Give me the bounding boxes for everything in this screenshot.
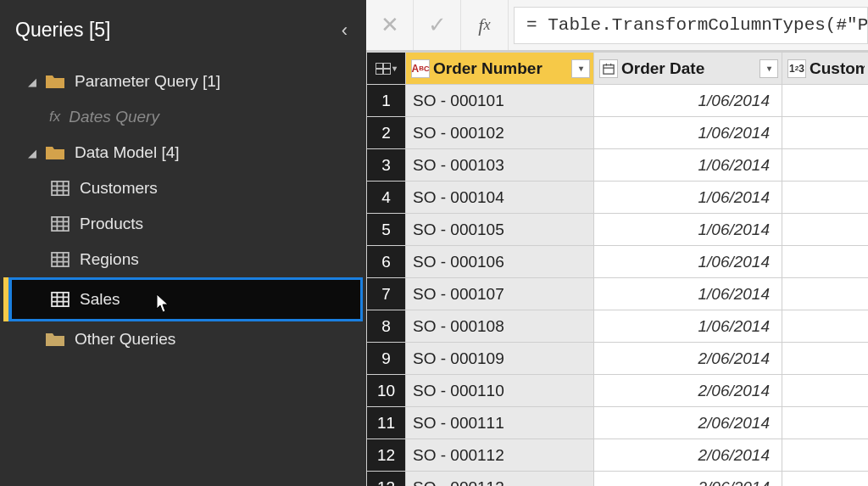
row-number[interactable]: 7	[367, 278, 406, 310]
cell-order-date[interactable]: 2/06/2014	[594, 439, 782, 472]
collapse-panel-button[interactable]: ‹	[342, 20, 348, 42]
cell-order-number[interactable]: SO - 000111	[406, 407, 594, 439]
cell-customer[interactable]	[782, 246, 869, 278]
folder-label: Other Queries	[75, 330, 175, 349]
cell-customer[interactable]	[782, 407, 869, 439]
table-row[interactable]: 10SO - 0001102/06/2014	[367, 375, 869, 407]
row-number[interactable]: 9	[367, 343, 406, 375]
table-icon	[49, 215, 71, 233]
cell-order-date[interactable]: 1/06/2014	[594, 85, 782, 117]
row-number[interactable]: 2	[367, 117, 406, 149]
cell-order-date[interactable]: 1/06/2014	[594, 149, 782, 182]
cell-customer[interactable]	[782, 182, 869, 214]
column-header-customer[interactable]: 123 Custom	[782, 53, 869, 85]
column-filter-dropdown[interactable]: ▾	[760, 59, 778, 78]
query-customers[interactable]: Customers	[0, 170, 366, 206]
column-header-order-date[interactable]: Order Date ▾	[594, 53, 782, 85]
table-row[interactable]: 7SO - 0001071/06/2014	[367, 278, 869, 310]
cell-order-number[interactable]: SO - 000104	[406, 182, 594, 214]
cell-order-number[interactable]: SO - 000105	[406, 214, 594, 246]
cell-customer[interactable]	[782, 343, 869, 375]
cell-order-date[interactable]: 2/06/2014	[594, 343, 782, 375]
cell-customer[interactable]	[782, 278, 869, 310]
cell-order-number[interactable]: SO - 000103	[406, 149, 594, 182]
formula-bar: ✕ ✓ fx = Table.TransformColumnTypes(#"Pr…	[366, 0, 868, 51]
cell-customer[interactable]	[782, 214, 869, 246]
row-number[interactable]: 13	[367, 472, 406, 487]
query-products[interactable]: Products	[0, 206, 366, 242]
table-row[interactable]: 4SO - 0001041/06/2014	[367, 182, 869, 214]
row-number[interactable]: 10	[367, 375, 406, 407]
row-number[interactable]: 3	[367, 149, 406, 182]
formula-input[interactable]: = Table.TransformColumnTypes(#"Pro	[514, 7, 868, 44]
row-number[interactable]: 11	[367, 407, 406, 439]
table-row[interactable]: 5SO - 0001051/06/2014	[367, 214, 869, 246]
folder-other-queries[interactable]: Other Queries	[0, 321, 366, 357]
cell-order-number[interactable]: SO - 000113	[406, 472, 594, 487]
table-row[interactable]: 9SO - 0001092/06/2014	[367, 343, 869, 375]
cell-order-number[interactable]: SO - 000106	[406, 246, 594, 278]
cell-order-number[interactable]: SO - 000109	[406, 343, 594, 375]
cell-order-date[interactable]: 1/06/2014	[594, 182, 782, 214]
query-regions[interactable]: Regions	[0, 242, 366, 277]
query-dates-fx[interactable]: fx Dates Query	[0, 99, 366, 135]
table-row[interactable]: 1SO - 0001011/06/2014	[367, 85, 869, 117]
row-number[interactable]: 1	[367, 85, 406, 117]
cancel-formula-button[interactable]: ✕	[366, 0, 414, 51]
cell-order-date[interactable]: 1/06/2014	[594, 117, 782, 149]
query-label: Products	[80, 215, 143, 233]
cell-order-number[interactable]: SO - 000112	[406, 439, 594, 472]
row-number[interactable]: 6	[367, 246, 406, 278]
folder-icon	[44, 72, 66, 91]
cell-customer[interactable]	[782, 375, 869, 407]
query-sales[interactable]: Sales	[8, 277, 363, 321]
table-row[interactable]: 6SO - 0001061/06/2014	[367, 246, 869, 278]
row-number[interactable]: 4	[367, 182, 406, 214]
grid-corner-header[interactable]: ▾	[367, 53, 406, 85]
cell-customer[interactable]	[782, 85, 869, 117]
queries-panel: Queries [5] ‹ ◢ Parameter Query [1] fx D…	[0, 0, 366, 486]
fx-button[interactable]: fx	[461, 0, 509, 51]
cell-customer[interactable]	[782, 149, 869, 182]
table-row[interactable]: 3SO - 0001031/06/2014	[367, 149, 869, 182]
cell-order-date[interactable]: 1/06/2014	[594, 278, 782, 310]
query-editor-main: ✕ ✓ fx = Table.TransformColumnTypes(#"Pr…	[366, 0, 868, 486]
cell-customer[interactable]	[782, 117, 869, 149]
cell-customer[interactable]	[782, 310, 869, 343]
cell-order-date[interactable]: 1/06/2014	[594, 310, 782, 343]
cell-customer[interactable]	[782, 439, 869, 472]
caret-down-icon: ◢	[25, 75, 39, 88]
table-row[interactable]: 12SO - 0001122/06/2014	[367, 439, 869, 472]
row-number[interactable]: 12	[367, 439, 406, 472]
row-number[interactable]: 8	[367, 310, 406, 343]
cell-order-number[interactable]: SO - 000107	[406, 278, 594, 310]
cell-order-date[interactable]: 2/06/2014	[594, 407, 782, 439]
column-header-order-number[interactable]: ABC Order Number ▾	[406, 53, 594, 85]
caret-down-icon: ◢	[25, 147, 39, 159]
folder-data-model[interactable]: ◢ Data Model [4]	[0, 135, 366, 170]
table-icon	[49, 179, 71, 198]
cell-order-date[interactable]: 2/06/2014	[594, 472, 782, 487]
table-row[interactable]: 8SO - 0001081/06/2014	[367, 310, 869, 343]
cell-order-number[interactable]: SO - 000101	[406, 85, 594, 117]
table-icon	[376, 63, 391, 75]
column-filter-dropdown[interactable]: ▾	[571, 59, 590, 78]
cell-customer[interactable]	[782, 472, 869, 487]
number-type-icon[interactable]: 123	[787, 59, 806, 78]
cell-order-number[interactable]: SO - 000110	[406, 375, 594, 407]
table-icon	[49, 250, 71, 269]
table-row[interactable]: 11SO - 0001112/06/2014	[367, 407, 869, 439]
folder-parameter-query[interactable]: ◢ Parameter Query [1]	[0, 64, 366, 99]
folder-icon	[44, 330, 66, 349]
table-row[interactable]: 2SO - 0001021/06/2014	[367, 117, 869, 149]
commit-formula-button[interactable]: ✓	[414, 0, 461, 51]
row-number[interactable]: 5	[367, 214, 406, 246]
cell-order-number[interactable]: SO - 000102	[406, 117, 594, 149]
date-type-icon[interactable]	[599, 59, 618, 78]
text-type-icon[interactable]: ABC	[411, 59, 430, 78]
table-row[interactable]: 13SO - 0001132/06/2014	[367, 472, 869, 487]
cell-order-date[interactable]: 1/06/2014	[594, 214, 782, 246]
cell-order-number[interactable]: SO - 000108	[406, 310, 594, 343]
cell-order-date[interactable]: 1/06/2014	[594, 246, 782, 278]
cell-order-date[interactable]: 2/06/2014	[594, 375, 782, 407]
